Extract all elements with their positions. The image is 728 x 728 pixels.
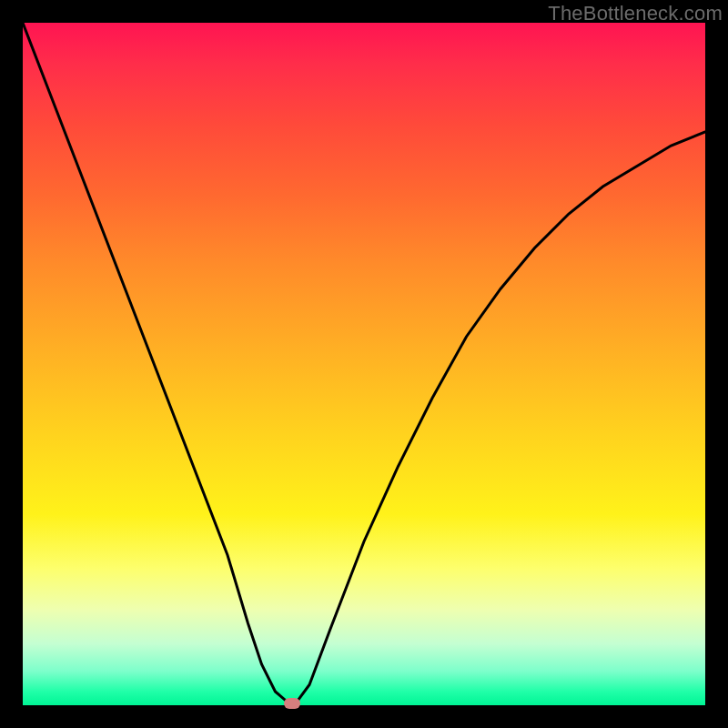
optimum-marker xyxy=(284,698,300,709)
plot-area xyxy=(23,23,705,705)
bottleneck-curve xyxy=(23,23,705,703)
curve-svg xyxy=(23,23,705,705)
chart-frame: TheBottleneck.com xyxy=(0,0,728,728)
